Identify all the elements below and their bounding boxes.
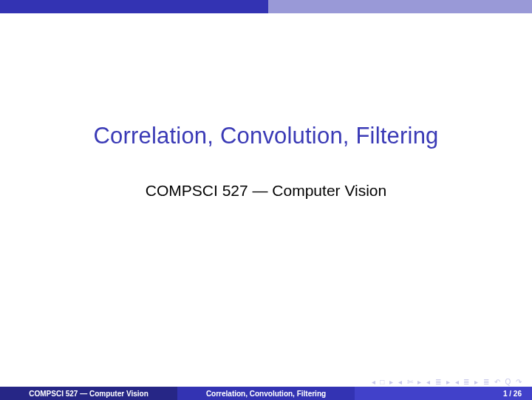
footer-left: COMPSCI 527 — Computer Vision — [0, 387, 177, 400]
beamer-nav-symbols[interactable]: ◂ □ ▸ ◂ ✄ ▸ ◂ ≣ ▸ ◂ ≣ ▸ ≣ ↶ Q ↷ — [372, 379, 524, 386]
slide-body: Correlation, Convolution, Filtering COMP… — [0, 13, 532, 387]
progress-elapsed — [0, 0, 268, 13]
footer-page-number: 1 / 26 — [503, 390, 522, 398]
footer-bar: COMPSCI 527 — Computer Vision Correlatio… — [0, 387, 532, 400]
slide: Correlation, Convolution, Filtering COMP… — [0, 0, 532, 400]
slide-title: Correlation, Convolution, Filtering — [0, 123, 532, 149]
footer-right: 1 / 26 — [355, 387, 532, 400]
footer-center: Correlation, Convolution, Filtering — [177, 387, 355, 400]
progress-remaining — [268, 0, 532, 13]
slide-subtitle: COMPSCI 527 — Computer Vision — [0, 182, 532, 200]
footer-left-text: COMPSCI 527 — Computer Vision — [29, 390, 149, 398]
footer-center-text: Correlation, Convolution, Filtering — [206, 390, 326, 398]
header-progress-bar — [0, 0, 532, 13]
